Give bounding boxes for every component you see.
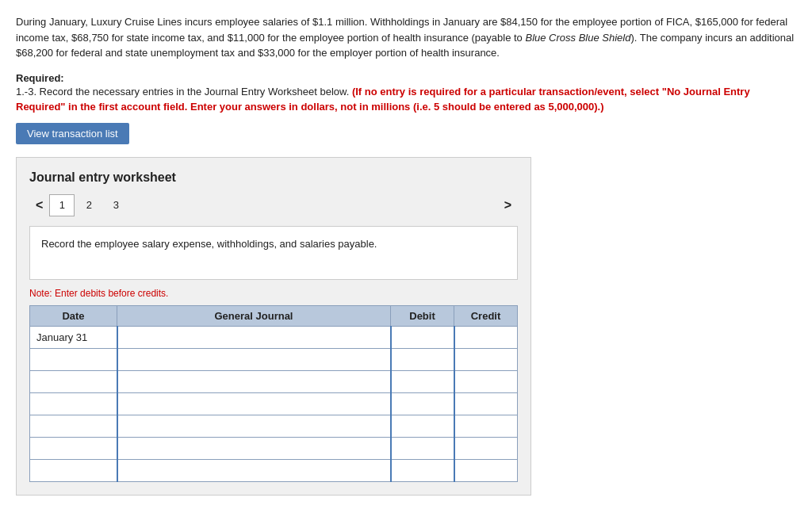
gj-input-1[interactable] — [118, 327, 390, 348]
credit-input-3[interactable] — [455, 371, 518, 392]
date-cell-2 — [30, 348, 117, 370]
intro-paragraph: During January, Luxury Cruise Lines incu… — [16, 14, 796, 61]
date-cell-3 — [30, 370, 117, 392]
next-arrow-button[interactable]: > — [498, 195, 518, 216]
gj-cell-3[interactable] — [117, 370, 391, 392]
table-row — [30, 348, 518, 370]
date-cell-7 — [30, 459, 117, 481]
credit-cell-5[interactable] — [454, 415, 518, 437]
instruction-normal: 1.-3. Record the necessary entries in th… — [16, 86, 352, 98]
credit-cell-7[interactable] — [454, 459, 518, 481]
journal-entry-worksheet: Journal entry worksheet < 1 2 3 > Record… — [16, 157, 531, 496]
tab-1-label: 1 — [59, 199, 65, 211]
journal-table: Date General Journal Debit Credit Januar… — [29, 305, 518, 482]
gj-input-4[interactable] — [118, 393, 390, 415]
table-row — [30, 415, 518, 437]
gj-cell-2[interactable] — [117, 348, 391, 370]
tab-1[interactable]: 1 — [49, 194, 75, 216]
gj-input-6[interactable] — [118, 438, 390, 459]
table-row — [30, 392, 518, 415]
credit-cell-2[interactable] — [454, 348, 518, 370]
description-text: Record the employee salary expense, with… — [41, 238, 377, 250]
credit-input-6[interactable] — [455, 438, 518, 459]
credit-input-2[interactable] — [455, 349, 518, 370]
credit-cell-3[interactable] — [454, 370, 518, 392]
prev-arrow-button[interactable]: < — [29, 195, 49, 216]
gj-input-2[interactable] — [118, 349, 390, 370]
gj-input-7[interactable] — [118, 460, 390, 481]
date-cell-1: January 31 — [30, 326, 117, 348]
credit-input-7[interactable] — [455, 460, 518, 481]
header-date: Date — [30, 305, 117, 326]
date-cell-4 — [30, 392, 117, 415]
debit-input-2[interactable] — [392, 349, 454, 370]
debit-input-5[interactable] — [392, 415, 454, 437]
gj-cell-4[interactable] — [117, 392, 391, 415]
tab-2[interactable]: 2 — [78, 194, 100, 216]
gj-cell-7[interactable] — [117, 459, 391, 481]
debit-input-3[interactable] — [392, 371, 454, 392]
table-row — [30, 459, 518, 481]
header-general-journal: General Journal — [117, 305, 391, 326]
italic-phrase: Blue Cross Blue Shield — [525, 32, 630, 44]
debit-input-4[interactable] — [392, 393, 454, 415]
debit-input-6[interactable] — [392, 438, 454, 459]
table-row — [30, 437, 518, 459]
credit-cell-1[interactable] — [454, 326, 518, 348]
debit-cell-1[interactable] — [391, 326, 454, 348]
credit-cell-6[interactable] — [454, 437, 518, 459]
tab-3[interactable]: 3 — [105, 194, 127, 216]
required-label: Required: — [16, 72, 796, 84]
description-box: Record the employee salary expense, with… — [29, 226, 518, 280]
date-value-1: January 31 — [36, 331, 87, 343]
gj-cell-5[interactable] — [117, 415, 391, 437]
gj-cell-1[interactable] — [117, 326, 391, 348]
credit-cell-4[interactable] — [454, 392, 518, 415]
header-debit: Debit — [391, 305, 454, 326]
debit-cell-2[interactable] — [391, 348, 454, 370]
gj-cell-6[interactable] — [117, 437, 391, 459]
debit-cell-3[interactable] — [391, 370, 454, 392]
nav-row: < 1 2 3 > — [29, 194, 518, 216]
date-cell-6 — [30, 437, 117, 459]
credit-input-4[interactable] — [455, 393, 518, 415]
gj-input-5[interactable] — [118, 415, 390, 437]
debit-cell-7[interactable] — [391, 459, 454, 481]
note-text: Note: Enter debits before credits. — [29, 288, 518, 299]
debit-cell-6[interactable] — [391, 437, 454, 459]
date-cell-5 — [30, 415, 117, 437]
view-transaction-list-button[interactable]: View transaction list — [16, 123, 129, 144]
header-credit: Credit — [454, 305, 518, 326]
credit-input-1[interactable] — [455, 327, 518, 348]
debit-input-1[interactable] — [392, 327, 454, 348]
credit-input-5[interactable] — [455, 415, 518, 437]
table-row: January 31 — [30, 326, 518, 348]
table-row — [30, 370, 518, 392]
required-section: Required: 1.-3. Record the necessary ent… — [16, 72, 796, 115]
debit-input-7[interactable] — [392, 460, 454, 481]
debit-cell-4[interactable] — [391, 392, 454, 415]
gj-input-3[interactable] — [118, 371, 390, 392]
required-instruction: 1.-3. Record the necessary entries in th… — [16, 84, 796, 115]
worksheet-title: Journal entry worksheet — [29, 170, 518, 185]
debit-cell-5[interactable] — [391, 415, 454, 437]
